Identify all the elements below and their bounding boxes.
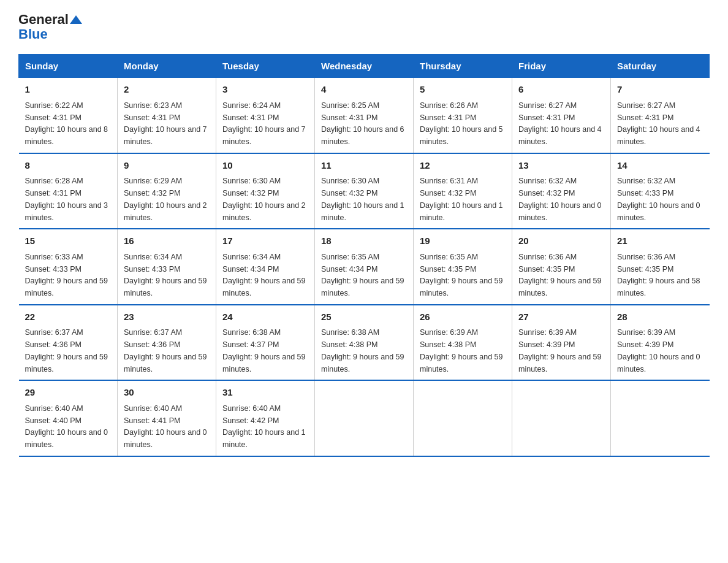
calendar-cell: 3Sunrise: 6:24 AMSunset: 4:31 PMDaylight… xyxy=(216,78,315,153)
sunrise-info: Sunrise: 6:30 AM xyxy=(222,177,281,185)
calendar-cell: 8Sunrise: 6:28 AMSunset: 4:31 PMDaylight… xyxy=(19,153,118,229)
sunset-info: Sunset: 4:33 PM xyxy=(25,265,82,274)
calendar-cell: 1Sunrise: 6:22 AMSunset: 4:31 PMDaylight… xyxy=(19,78,118,153)
sunset-info: Sunset: 4:31 PM xyxy=(25,113,82,122)
day-number: 3 xyxy=(222,83,308,97)
sunrise-info: Sunrise: 6:30 AM xyxy=(321,177,379,185)
daylight-info: Daylight: 10 hours and 2 minutes. xyxy=(222,201,306,222)
daylight-info: Daylight: 10 hours and 3 minutes. xyxy=(25,201,108,222)
sunrise-info: Sunrise: 6:38 AM xyxy=(222,328,281,337)
day-number: 24 xyxy=(222,310,308,324)
daylight-info: Daylight: 10 hours and 0 minutes. xyxy=(518,201,602,222)
sunrise-info: Sunrise: 6:37 AM xyxy=(25,328,83,337)
calendar-cell: 13Sunrise: 6:32 AMSunset: 4:32 PMDayligh… xyxy=(512,153,611,229)
sunrise-info: Sunrise: 6:27 AM xyxy=(617,101,675,110)
header-tuesday: Tuesday xyxy=(216,55,315,78)
calendar-cell: 14Sunrise: 6:32 AMSunset: 4:33 PMDayligh… xyxy=(611,153,710,229)
daylight-info: Daylight: 10 hours and 1 minute. xyxy=(321,201,404,222)
sunrise-info: Sunrise: 6:40 AM xyxy=(222,404,281,413)
calendar-week-5: 29Sunrise: 6:40 AMSunset: 4:40 PMDayligh… xyxy=(19,380,710,456)
sunset-info: Sunset: 4:31 PM xyxy=(420,113,476,122)
sunset-info: Sunset: 4:37 PM xyxy=(222,340,279,349)
sunrise-info: Sunrise: 6:35 AM xyxy=(420,253,478,261)
sunset-info: Sunset: 4:31 PM xyxy=(617,113,673,122)
daylight-info: Daylight: 10 hours and 1 minute. xyxy=(222,428,306,449)
calendar-cell: 15Sunrise: 6:33 AMSunset: 4:33 PMDayligh… xyxy=(19,229,118,305)
sunset-info: Sunset: 4:31 PM xyxy=(321,113,377,122)
daylight-info: Daylight: 10 hours and 0 minutes. xyxy=(617,353,700,373)
daylight-info: Daylight: 10 hours and 4 minutes. xyxy=(617,125,700,146)
sunrise-info: Sunrise: 6:32 AM xyxy=(617,177,675,185)
sunrise-info: Sunrise: 6:34 AM xyxy=(222,253,281,261)
sunrise-info: Sunrise: 6:40 AM xyxy=(25,404,83,413)
day-number: 11 xyxy=(321,159,407,173)
day-number: 8 xyxy=(25,159,112,173)
sunset-info: Sunset: 4:34 PM xyxy=(321,265,377,274)
day-number: 21 xyxy=(617,234,703,248)
day-number: 14 xyxy=(617,159,703,173)
calendar-week-4: 22Sunrise: 6:37 AMSunset: 4:36 PMDayligh… xyxy=(19,305,710,381)
daylight-info: Daylight: 9 hours and 59 minutes. xyxy=(25,277,108,297)
daylight-info: Daylight: 10 hours and 1 minute. xyxy=(420,201,503,222)
sunrise-info: Sunrise: 6:39 AM xyxy=(420,328,478,337)
sunrise-info: Sunrise: 6:35 AM xyxy=(321,253,379,261)
sunset-info: Sunset: 4:41 PM xyxy=(124,416,180,425)
sunrise-info: Sunrise: 6:39 AM xyxy=(617,328,675,337)
header-monday: Monday xyxy=(118,55,216,78)
sunrise-info: Sunrise: 6:25 AM xyxy=(321,101,379,110)
daylight-info: Daylight: 9 hours and 59 minutes. xyxy=(124,277,207,297)
sunset-info: Sunset: 4:31 PM xyxy=(124,113,180,122)
calendar-cell: 12Sunrise: 6:31 AMSunset: 4:32 PMDayligh… xyxy=(414,153,512,229)
calendar-cell: 16Sunrise: 6:34 AMSunset: 4:33 PMDayligh… xyxy=(118,229,216,305)
daylight-info: Daylight: 10 hours and 6 minutes. xyxy=(321,125,404,146)
sunset-info: Sunset: 4:35 PM xyxy=(617,265,673,274)
day-number: 28 xyxy=(617,310,703,324)
header-sunday: Sunday xyxy=(19,55,118,78)
sunset-info: Sunset: 4:36 PM xyxy=(25,340,82,349)
calendar-week-1: 1Sunrise: 6:22 AMSunset: 4:31 PMDaylight… xyxy=(19,78,710,153)
daylight-info: Daylight: 10 hours and 0 minutes. xyxy=(124,428,207,449)
daylight-info: Daylight: 10 hours and 2 minutes. xyxy=(124,201,207,222)
logo-general: General xyxy=(18,12,69,27)
sunrise-info: Sunrise: 6:27 AM xyxy=(518,101,577,110)
calendar-cell xyxy=(611,380,710,456)
sunset-info: Sunset: 4:32 PM xyxy=(124,189,180,197)
calendar-cell xyxy=(512,380,611,456)
logo: General Blue xyxy=(18,12,82,42)
sunrise-info: Sunrise: 6:37 AM xyxy=(124,328,182,337)
calendar-cell: 5Sunrise: 6:26 AMSunset: 4:31 PMDaylight… xyxy=(414,78,512,153)
calendar-cell: 31Sunrise: 6:40 AMSunset: 4:42 PMDayligh… xyxy=(216,380,315,456)
calendar-table: SundayMondayTuesdayWednesdayThursdayFrid… xyxy=(18,54,710,457)
sunrise-info: Sunrise: 6:22 AM xyxy=(25,101,83,110)
sunset-info: Sunset: 4:35 PM xyxy=(518,265,575,274)
sunset-info: Sunset: 4:31 PM xyxy=(222,113,279,122)
calendar-cell: 27Sunrise: 6:39 AMSunset: 4:39 PMDayligh… xyxy=(512,305,611,381)
daylight-info: Daylight: 9 hours and 59 minutes. xyxy=(321,277,404,297)
calendar-cell: 20Sunrise: 6:36 AMSunset: 4:35 PMDayligh… xyxy=(512,229,611,305)
day-number: 6 xyxy=(518,83,604,97)
day-number: 25 xyxy=(321,310,407,324)
header-wednesday: Wednesday xyxy=(315,55,414,78)
day-number: 4 xyxy=(321,83,407,97)
sunrise-info: Sunrise: 6:34 AM xyxy=(124,253,182,261)
day-number: 9 xyxy=(124,159,210,173)
calendar-cell: 2Sunrise: 6:23 AMSunset: 4:31 PMDaylight… xyxy=(118,78,216,153)
daylight-info: Daylight: 10 hours and 4 minutes. xyxy=(518,125,602,146)
day-number: 27 xyxy=(518,310,604,324)
sunrise-info: Sunrise: 6:23 AM xyxy=(124,101,182,110)
daylight-info: Daylight: 10 hours and 5 minutes. xyxy=(420,125,503,146)
day-number: 29 xyxy=(25,386,112,400)
calendar-cell: 18Sunrise: 6:35 AMSunset: 4:34 PMDayligh… xyxy=(315,229,414,305)
sunrise-info: Sunrise: 6:26 AM xyxy=(420,101,478,110)
day-number: 10 xyxy=(222,159,308,173)
day-number: 19 xyxy=(420,234,506,248)
sunset-info: Sunset: 4:31 PM xyxy=(518,113,575,122)
sunrise-info: Sunrise: 6:36 AM xyxy=(617,253,675,261)
sunrise-info: Sunrise: 6:33 AM xyxy=(25,253,83,261)
header-saturday: Saturday xyxy=(611,55,710,78)
daylight-info: Daylight: 10 hours and 0 minutes. xyxy=(617,201,700,222)
calendar-cell: 29Sunrise: 6:40 AMSunset: 4:40 PMDayligh… xyxy=(19,380,118,456)
calendar-week-2: 8Sunrise: 6:28 AMSunset: 4:31 PMDaylight… xyxy=(19,153,710,229)
header-friday: Friday xyxy=(512,55,611,78)
sunset-info: Sunset: 4:36 PM xyxy=(124,340,180,349)
